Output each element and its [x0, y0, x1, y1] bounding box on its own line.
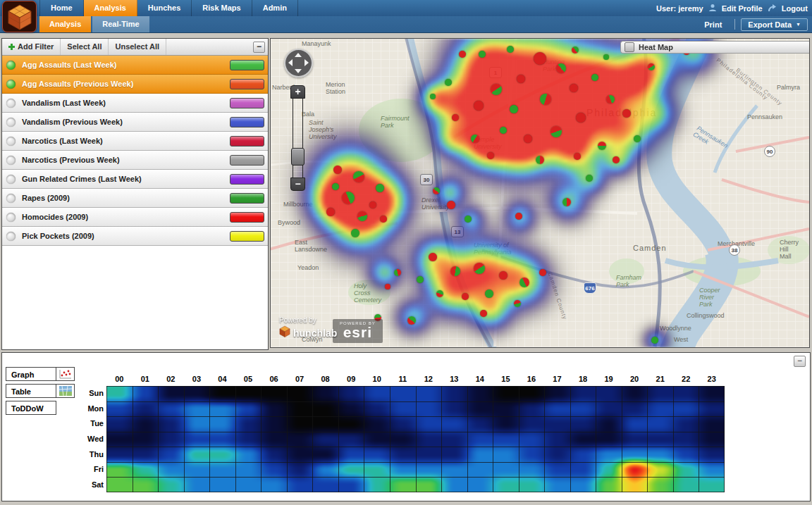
crime-point[interactable]	[574, 153, 581, 160]
filter-row-homocides-2009[interactable]: Homocides (2009)	[2, 208, 268, 227]
crime-point[interactable]	[326, 208, 335, 216]
crime-point[interactable]	[515, 213, 522, 220]
crime-point[interactable]	[385, 284, 390, 289]
crime-point[interactable]	[452, 114, 459, 121]
heat-map-panel-header[interactable]: Heat Map	[620, 41, 809, 54]
zoom-slider[interactable]	[293, 99, 303, 177]
pan-left-arrow[interactable]	[288, 59, 293, 66]
crime-point[interactable]	[540, 94, 551, 105]
crime-point[interactable]	[570, 84, 578, 92]
export-data-button[interactable]: Export Data ▼	[741, 18, 808, 31]
crime-point[interactable]	[376, 184, 384, 192]
nav-tab-admin[interactable]: Admin	[252, 0, 298, 16]
crime-point[interactable]	[394, 269, 401, 276]
filter-row-narcotics-last-week[interactable]: Narcotics (Last Week)	[2, 132, 268, 151]
select-all-button[interactable]: Select All	[61, 39, 109, 55]
edit-profile-link[interactable]: Edit Profile	[722, 4, 763, 13]
crime-point[interactable]	[479, 51, 486, 58]
crime-point[interactable]	[500, 127, 507, 134]
nav-tab-home[interactable]: Home	[39, 0, 84, 16]
filter-row-vandalism-last-week[interactable]: Vandalism (Last Week)	[2, 94, 268, 113]
crime-point[interactable]	[417, 276, 424, 283]
crime-point[interactable]	[436, 290, 443, 297]
crime-point[interactable]	[550, 126, 562, 137]
crime-point[interactable]	[524, 135, 532, 143]
crime-point[interactable]	[487, 152, 494, 159]
filter-row-narcotics-previous-week[interactable]: Narcotics (Previous Week)	[2, 151, 268, 170]
filter-toggle-dot[interactable]	[6, 213, 16, 222]
crime-point[interactable]	[491, 84, 502, 95]
crime-point[interactable]	[407, 316, 416, 325]
crime-point[interactable]	[514, 300, 521, 307]
filter-row-gun-related-crimes-last-week[interactable]: Gun Related Crimes (Last Week)	[2, 170, 268, 189]
crime-point[interactable]	[586, 175, 593, 182]
crime-point[interactable]	[465, 216, 472, 223]
scatter-chart-icon[interactable]	[56, 367, 75, 381]
collapse-filter-panel-button[interactable]: −	[253, 42, 265, 53]
filter-toggle-dot[interactable]	[6, 137, 16, 146]
crime-point[interactable]	[562, 198, 571, 206]
filter-row-agg-assaults-last-week[interactable]: Agg Assaults (Last Week)	[2, 56, 268, 75]
crime-point[interactable]	[606, 95, 615, 104]
crime-point[interactable]	[591, 74, 598, 81]
crime-point[interactable]	[351, 229, 359, 237]
crime-point[interactable]	[534, 52, 546, 65]
filter-toggle-dot[interactable]	[6, 175, 16, 184]
filter-row-agg-assaults-previous-week[interactable]: Agg Assaults (Previous Week)	[2, 75, 268, 94]
hunchlab-logo[interactable]	[2, 1, 37, 32]
crime-point[interactable]	[598, 142, 606, 150]
crime-point[interactable]	[622, 109, 631, 118]
crime-point[interactable]	[651, 337, 658, 344]
pan-control[interactable]	[284, 49, 313, 77]
pan-right-arrow[interactable]	[304, 59, 309, 66]
crime-point[interactable]	[429, 253, 437, 261]
nav-tab-analysis[interactable]: Analysis	[84, 0, 137, 16]
nav-tab-risk-maps[interactable]: Risk Maps	[192, 0, 252, 16]
filter-toggle-dot[interactable]	[6, 61, 16, 70]
crime-point[interactable]	[499, 271, 508, 280]
crime-point[interactable]	[342, 192, 355, 204]
filter-row-rapes-2009[interactable]: Rapes (2009)	[2, 189, 268, 208]
crime-point[interactable]	[430, 94, 436, 99]
nav-tab-hunches[interactable]: Hunches	[137, 0, 192, 16]
crime-point[interactable]	[471, 135, 479, 143]
crime-point[interactable]	[519, 278, 529, 287]
filter-toggle-dot[interactable]	[6, 99, 16, 108]
crime-point[interactable]	[613, 156, 620, 163]
unselect-all-button[interactable]: Unselect All	[109, 39, 166, 55]
crime-point[interactable]	[447, 201, 455, 209]
zoom-out-button[interactable]: −	[290, 177, 305, 191]
crime-point[interactable]	[445, 79, 452, 86]
filter-toggle-dot[interactable]	[6, 118, 16, 127]
map-panel[interactable]: ManayunkNarberthMerion StationBalaSaint …	[270, 38, 810, 348]
crime-point[interactable]	[333, 166, 342, 174]
crime-point[interactable]	[536, 156, 544, 164]
crime-point[interactable]	[648, 63, 655, 70]
tab-graph[interactable]: Graph	[6, 367, 56, 381]
filter-toggle-dot[interactable]	[6, 232, 16, 241]
crime-point[interactable]	[603, 54, 609, 60]
crime-point[interactable]	[576, 113, 586, 123]
filter-toggle-dot[interactable]	[6, 156, 16, 165]
map-thumbnail-icon[interactable]	[56, 384, 75, 398]
filter-row-pick-pockets-2009[interactable]: Pick Pockets (2009)	[2, 227, 268, 246]
print-button[interactable]: Print	[697, 18, 729, 31]
tab-real-time[interactable]: Real-Time	[92, 16, 149, 32]
crime-point[interactable]	[556, 63, 566, 73]
crime-point[interactable]	[459, 51, 466, 58]
crime-point[interactable]	[510, 105, 518, 113]
tab-analysis[interactable]: Analysis	[39, 16, 91, 32]
crime-point[interactable]	[507, 46, 514, 53]
filter-row-vandalism-previous-week[interactable]: Vandalism (Previous Week)	[2, 113, 268, 132]
tab-toddow[interactable]: ToDDoW	[6, 401, 56, 415]
crime-point[interactable]	[485, 289, 493, 298]
crime-point[interactable]	[369, 201, 376, 208]
crime-point[interactable]	[517, 75, 525, 83]
filter-toggle-dot[interactable]	[6, 194, 16, 203]
tab-table[interactable]: Table	[6, 384, 56, 398]
pan-down-arrow[interactable]	[295, 69, 302, 73]
filter-toggle-dot[interactable]	[6, 80, 16, 89]
crime-point[interactable]	[539, 269, 546, 276]
pan-up-arrow[interactable]	[295, 53, 302, 57]
crime-point[interactable]	[480, 310, 487, 317]
